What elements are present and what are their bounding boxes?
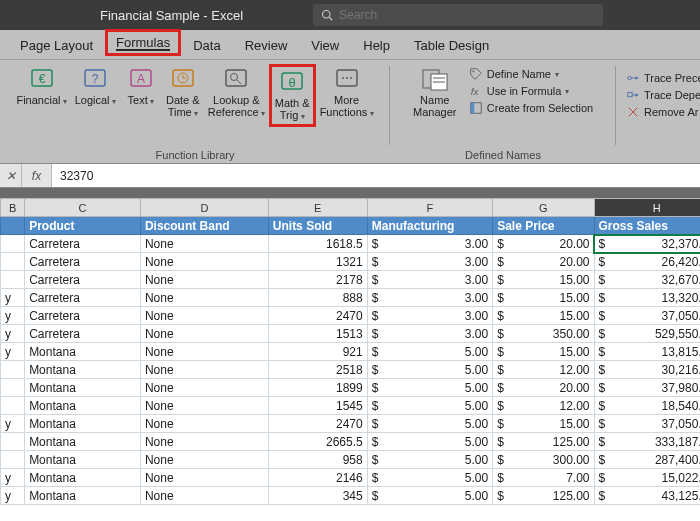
- col-c[interactable]: C: [25, 199, 141, 217]
- cell[interactable]: [1, 451, 25, 469]
- cell[interactable]: None: [140, 253, 268, 271]
- table-row[interactable]: MontanaNone15455.0012.0018,540.00: [1, 397, 701, 415]
- cell[interactable]: 125.00: [493, 433, 594, 451]
- tab-table-design[interactable]: Table Design: [402, 32, 501, 59]
- cell[interactable]: 1618.5: [268, 235, 367, 253]
- grid[interactable]: B C D E F G H Product Discount Band Unit…: [0, 198, 700, 505]
- cell[interactable]: 1321: [268, 253, 367, 271]
- cell[interactable]: 1545: [268, 397, 367, 415]
- cell[interactable]: 18,540.00: [594, 397, 700, 415]
- cell[interactable]: 32,370.00: [594, 235, 700, 253]
- cell[interactable]: 333,187.50: [594, 433, 700, 451]
- cell[interactable]: 5.00: [367, 361, 492, 379]
- hdr-gross[interactable]: Gross Sales: [594, 217, 700, 235]
- worksheet[interactable]: B C D E F G H Product Discount Band Unit…: [0, 198, 700, 505]
- remove-arrows-button[interactable]: Remove Ar: [624, 104, 700, 120]
- col-d[interactable]: D: [140, 199, 268, 217]
- cell[interactable]: 15.00: [493, 289, 594, 307]
- table-row[interactable]: CarreteraNone1618.53.0020.0032,370.00: [1, 235, 701, 253]
- cell[interactable]: 37,980.00: [594, 379, 700, 397]
- date-time-button[interactable]: Date & Time: [162, 64, 204, 121]
- cell[interactable]: None: [140, 469, 268, 487]
- cell[interactable]: [1, 253, 25, 271]
- cell[interactable]: 888: [268, 289, 367, 307]
- cell[interactable]: 529,550.00: [594, 325, 700, 343]
- name-manager-button[interactable]: Name Manager: [407, 64, 463, 120]
- table-row[interactable]: yCarreteraNone24703.0015.0037,050.00: [1, 307, 701, 325]
- cell[interactable]: 2178: [268, 271, 367, 289]
- cell[interactable]: 37,050.00: [594, 307, 700, 325]
- table-row[interactable]: MontanaNone2665.55.00125.00333,187.50: [1, 433, 701, 451]
- cell[interactable]: 20.00: [493, 253, 594, 271]
- create-from-selection-button[interactable]: Create from Selection: [467, 100, 595, 116]
- hdr-discount[interactable]: Discount Band: [140, 217, 268, 235]
- col-g[interactable]: G: [493, 199, 594, 217]
- cell[interactable]: Montana: [25, 397, 141, 415]
- cell[interactable]: None: [140, 271, 268, 289]
- trace-precedents-button[interactable]: Trace Prece: [624, 70, 700, 86]
- cell[interactable]: 2470: [268, 307, 367, 325]
- cell[interactable]: None: [140, 235, 268, 253]
- cell[interactable]: 350.00: [493, 325, 594, 343]
- cell[interactable]: Montana: [25, 451, 141, 469]
- cell[interactable]: 287,400.00: [594, 451, 700, 469]
- cell[interactable]: None: [140, 415, 268, 433]
- table-row[interactable]: MontanaNone25185.0012.0030,216.00: [1, 361, 701, 379]
- cell[interactable]: Carretera: [25, 289, 141, 307]
- cell[interactable]: Montana: [25, 469, 141, 487]
- cell[interactable]: 43,125.00: [594, 487, 700, 505]
- fx-button[interactable]: fx: [22, 164, 52, 187]
- cell[interactable]: 15.00: [493, 307, 594, 325]
- table-row[interactable]: yMontanaNone24705.0015.0037,050.00: [1, 415, 701, 433]
- col-f[interactable]: F: [367, 199, 492, 217]
- col-b[interactable]: B: [1, 199, 25, 217]
- cell[interactable]: None: [140, 343, 268, 361]
- cell[interactable]: 13,815.00: [594, 343, 700, 361]
- cell[interactable]: [1, 379, 25, 397]
- cell[interactable]: 20.00: [493, 235, 594, 253]
- tab-help[interactable]: Help: [351, 32, 402, 59]
- cell[interactable]: 15.00: [493, 271, 594, 289]
- table-row[interactable]: CarreteraNone13213.0020.0026,420.00: [1, 253, 701, 271]
- cell[interactable]: 2518: [268, 361, 367, 379]
- tab-view[interactable]: View: [299, 32, 351, 59]
- cancel-formula-button[interactable]: ✕: [0, 164, 22, 187]
- cell[interactable]: y: [1, 487, 25, 505]
- hdr-mfg[interactable]: Manufacturing: [367, 217, 492, 235]
- table-row[interactable]: MontanaNone9585.00300.00287,400.00: [1, 451, 701, 469]
- cell[interactable]: Montana: [25, 361, 141, 379]
- cell[interactable]: 15.00: [493, 343, 594, 361]
- col-h[interactable]: H: [594, 199, 700, 217]
- table-row[interactable]: yMontanaNone9215.0015.0013,815.00: [1, 343, 701, 361]
- cell[interactable]: 300.00: [493, 451, 594, 469]
- cell[interactable]: 2146: [268, 469, 367, 487]
- cell[interactable]: [1, 361, 25, 379]
- cell[interactable]: [1, 271, 25, 289]
- cell[interactable]: 5.00: [367, 379, 492, 397]
- cell[interactable]: 1899: [268, 379, 367, 397]
- cell[interactable]: 15,022.00: [594, 469, 700, 487]
- cell[interactable]: Carretera: [25, 253, 141, 271]
- hdr-price[interactable]: Sale Price: [493, 217, 594, 235]
- table-row[interactable]: yCarreteraNone15133.00350.00529,550.00: [1, 325, 701, 343]
- text-button[interactable]: A Text: [120, 64, 162, 109]
- cell[interactable]: Carretera: [25, 325, 141, 343]
- trace-dependents-button[interactable]: Trace Depe: [624, 87, 700, 103]
- tab-data[interactable]: Data: [181, 32, 232, 59]
- more-functions-button[interactable]: More Functions: [316, 64, 378, 121]
- col-e[interactable]: E: [268, 199, 367, 217]
- cell[interactable]: Montana: [25, 379, 141, 397]
- tab-formulas[interactable]: Formulas: [105, 29, 181, 56]
- cell[interactable]: None: [140, 487, 268, 505]
- cell[interactable]: 3.00: [367, 271, 492, 289]
- cell[interactable]: None: [140, 379, 268, 397]
- cell[interactable]: 2665.5: [268, 433, 367, 451]
- cell[interactable]: Carretera: [25, 307, 141, 325]
- cell[interactable]: None: [140, 361, 268, 379]
- cell[interactable]: y: [1, 469, 25, 487]
- cell[interactable]: 2470: [268, 415, 367, 433]
- table-row[interactable]: yMontanaNone3455.00125.0043,125.00: [1, 487, 701, 505]
- cell[interactable]: 5.00: [367, 397, 492, 415]
- cell[interactable]: None: [140, 325, 268, 343]
- search-box[interactable]: [313, 4, 603, 26]
